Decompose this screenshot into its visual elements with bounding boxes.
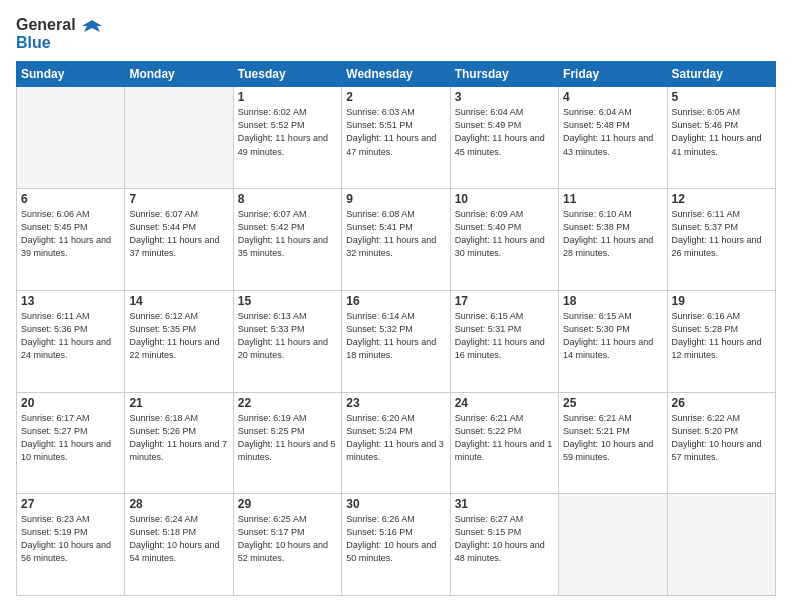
day-number: 11	[563, 192, 662, 206]
day-info: Sunrise: 6:10 AM Sunset: 5:38 PM Dayligh…	[563, 208, 662, 260]
day-info: Sunrise: 6:07 AM Sunset: 5:44 PM Dayligh…	[129, 208, 228, 260]
day-info: Sunrise: 6:24 AM Sunset: 5:18 PM Dayligh…	[129, 513, 228, 565]
day-number: 2	[346, 90, 445, 104]
day-number: 22	[238, 396, 337, 410]
day-info: Sunrise: 6:12 AM Sunset: 5:35 PM Dayligh…	[129, 310, 228, 362]
header-friday: Friday	[559, 62, 667, 87]
day-info: Sunrise: 6:04 AM Sunset: 5:49 PM Dayligh…	[455, 106, 554, 158]
calendar-cell: 27Sunrise: 6:23 AM Sunset: 5:19 PM Dayli…	[17, 494, 125, 596]
day-info: Sunrise: 6:16 AM Sunset: 5:28 PM Dayligh…	[672, 310, 771, 362]
day-number: 18	[563, 294, 662, 308]
calendar-cell: 21Sunrise: 6:18 AM Sunset: 5:26 PM Dayli…	[125, 392, 233, 494]
day-info: Sunrise: 6:27 AM Sunset: 5:15 PM Dayligh…	[455, 513, 554, 565]
day-number: 10	[455, 192, 554, 206]
calendar-cell: 18Sunrise: 6:15 AM Sunset: 5:30 PM Dayli…	[559, 290, 667, 392]
logo-blue: Blue	[16, 34, 102, 52]
day-number: 15	[238, 294, 337, 308]
calendar-cell: 3Sunrise: 6:04 AM Sunset: 5:49 PM Daylig…	[450, 87, 558, 189]
day-info: Sunrise: 6:08 AM Sunset: 5:41 PM Dayligh…	[346, 208, 445, 260]
calendar-cell: 4Sunrise: 6:04 AM Sunset: 5:48 PM Daylig…	[559, 87, 667, 189]
day-info: Sunrise: 6:15 AM Sunset: 5:30 PM Dayligh…	[563, 310, 662, 362]
day-number: 14	[129, 294, 228, 308]
day-number: 5	[672, 90, 771, 104]
calendar-cell: 7Sunrise: 6:07 AM Sunset: 5:44 PM Daylig…	[125, 189, 233, 291]
calendar-cell: 11Sunrise: 6:10 AM Sunset: 5:38 PM Dayli…	[559, 189, 667, 291]
day-number: 3	[455, 90, 554, 104]
day-number: 8	[238, 192, 337, 206]
day-number: 13	[21, 294, 120, 308]
day-number: 25	[563, 396, 662, 410]
calendar-cell	[559, 494, 667, 596]
day-info: Sunrise: 6:11 AM Sunset: 5:37 PM Dayligh…	[672, 208, 771, 260]
page: General Blue SundayMondayTuesdayWednesda…	[0, 0, 792, 612]
day-number: 27	[21, 497, 120, 511]
day-number: 9	[346, 192, 445, 206]
day-info: Sunrise: 6:11 AM Sunset: 5:36 PM Dayligh…	[21, 310, 120, 362]
day-number: 7	[129, 192, 228, 206]
calendar-cell: 22Sunrise: 6:19 AM Sunset: 5:25 PM Dayli…	[233, 392, 341, 494]
calendar-cell	[17, 87, 125, 189]
week-row-1: 1Sunrise: 6:02 AM Sunset: 5:52 PM Daylig…	[17, 87, 776, 189]
day-info: Sunrise: 6:17 AM Sunset: 5:27 PM Dayligh…	[21, 412, 120, 464]
header-monday: Monday	[125, 62, 233, 87]
day-number: 4	[563, 90, 662, 104]
day-info: Sunrise: 6:04 AM Sunset: 5:48 PM Dayligh…	[563, 106, 662, 158]
day-info: Sunrise: 6:15 AM Sunset: 5:31 PM Dayligh…	[455, 310, 554, 362]
calendar-cell: 8Sunrise: 6:07 AM Sunset: 5:42 PM Daylig…	[233, 189, 341, 291]
header-tuesday: Tuesday	[233, 62, 341, 87]
calendar-cell: 26Sunrise: 6:22 AM Sunset: 5:20 PM Dayli…	[667, 392, 775, 494]
calendar-table: SundayMondayTuesdayWednesdayThursdayFrid…	[16, 61, 776, 596]
day-info: Sunrise: 6:05 AM Sunset: 5:46 PM Dayligh…	[672, 106, 771, 158]
calendar-cell: 17Sunrise: 6:15 AM Sunset: 5:31 PM Dayli…	[450, 290, 558, 392]
day-number: 21	[129, 396, 228, 410]
day-info: Sunrise: 6:21 AM Sunset: 5:22 PM Dayligh…	[455, 412, 554, 464]
calendar-cell: 23Sunrise: 6:20 AM Sunset: 5:24 PM Dayli…	[342, 392, 450, 494]
calendar-cell: 10Sunrise: 6:09 AM Sunset: 5:40 PM Dayli…	[450, 189, 558, 291]
calendar-cell: 6Sunrise: 6:06 AM Sunset: 5:45 PM Daylig…	[17, 189, 125, 291]
day-info: Sunrise: 6:21 AM Sunset: 5:21 PM Dayligh…	[563, 412, 662, 464]
day-number: 20	[21, 396, 120, 410]
day-info: Sunrise: 6:20 AM Sunset: 5:24 PM Dayligh…	[346, 412, 445, 464]
day-number: 19	[672, 294, 771, 308]
day-number: 1	[238, 90, 337, 104]
header: General Blue	[16, 16, 776, 51]
day-info: Sunrise: 6:23 AM Sunset: 5:19 PM Dayligh…	[21, 513, 120, 565]
calendar-cell: 2Sunrise: 6:03 AM Sunset: 5:51 PM Daylig…	[342, 87, 450, 189]
calendar-cell: 28Sunrise: 6:24 AM Sunset: 5:18 PM Dayli…	[125, 494, 233, 596]
calendar-cell	[125, 87, 233, 189]
day-number: 31	[455, 497, 554, 511]
day-number: 28	[129, 497, 228, 511]
day-info: Sunrise: 6:14 AM Sunset: 5:32 PM Dayligh…	[346, 310, 445, 362]
day-info: Sunrise: 6:09 AM Sunset: 5:40 PM Dayligh…	[455, 208, 554, 260]
week-row-5: 27Sunrise: 6:23 AM Sunset: 5:19 PM Dayli…	[17, 494, 776, 596]
week-row-4: 20Sunrise: 6:17 AM Sunset: 5:27 PM Dayli…	[17, 392, 776, 494]
day-info: Sunrise: 6:25 AM Sunset: 5:17 PM Dayligh…	[238, 513, 337, 565]
day-number: 6	[21, 192, 120, 206]
header-wednesday: Wednesday	[342, 62, 450, 87]
day-info: Sunrise: 6:07 AM Sunset: 5:42 PM Dayligh…	[238, 208, 337, 260]
calendar-cell: 19Sunrise: 6:16 AM Sunset: 5:28 PM Dayli…	[667, 290, 775, 392]
calendar-cell: 14Sunrise: 6:12 AM Sunset: 5:35 PM Dayli…	[125, 290, 233, 392]
day-number: 30	[346, 497, 445, 511]
day-number: 23	[346, 396, 445, 410]
calendar-cell: 13Sunrise: 6:11 AM Sunset: 5:36 PM Dayli…	[17, 290, 125, 392]
day-info: Sunrise: 6:22 AM Sunset: 5:20 PM Dayligh…	[672, 412, 771, 464]
calendar-cell: 29Sunrise: 6:25 AM Sunset: 5:17 PM Dayli…	[233, 494, 341, 596]
calendar-cell: 16Sunrise: 6:14 AM Sunset: 5:32 PM Dayli…	[342, 290, 450, 392]
calendar-cell	[667, 494, 775, 596]
day-info: Sunrise: 6:19 AM Sunset: 5:25 PM Dayligh…	[238, 412, 337, 464]
logo: General Blue	[16, 16, 102, 51]
calendar-header-row: SundayMondayTuesdayWednesdayThursdayFrid…	[17, 62, 776, 87]
day-info: Sunrise: 6:02 AM Sunset: 5:52 PM Dayligh…	[238, 106, 337, 158]
header-thursday: Thursday	[450, 62, 558, 87]
calendar-cell: 30Sunrise: 6:26 AM Sunset: 5:16 PM Dayli…	[342, 494, 450, 596]
day-info: Sunrise: 6:13 AM Sunset: 5:33 PM Dayligh…	[238, 310, 337, 362]
day-number: 29	[238, 497, 337, 511]
logo-general: General	[16, 16, 102, 34]
calendar-cell: 25Sunrise: 6:21 AM Sunset: 5:21 PM Dayli…	[559, 392, 667, 494]
calendar-cell: 24Sunrise: 6:21 AM Sunset: 5:22 PM Dayli…	[450, 392, 558, 494]
day-info: Sunrise: 6:03 AM Sunset: 5:51 PM Dayligh…	[346, 106, 445, 158]
day-info: Sunrise: 6:18 AM Sunset: 5:26 PM Dayligh…	[129, 412, 228, 464]
svg-marker-0	[82, 20, 102, 32]
calendar-cell: 5Sunrise: 6:05 AM Sunset: 5:46 PM Daylig…	[667, 87, 775, 189]
